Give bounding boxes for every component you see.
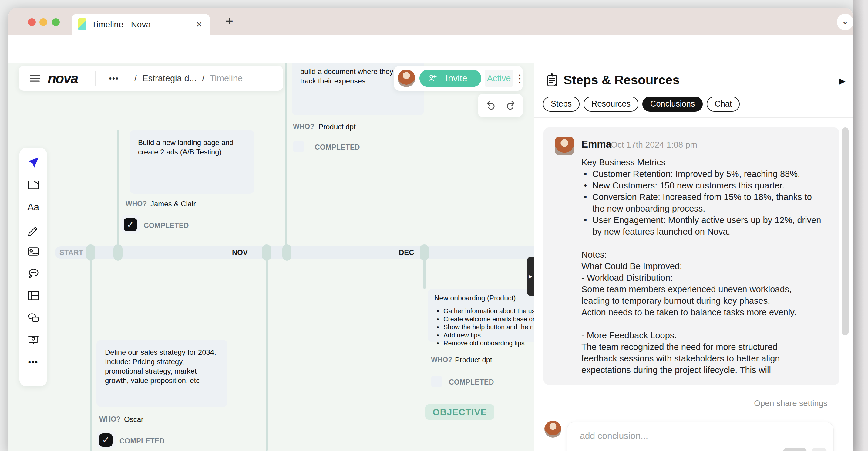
tab-chat[interactable]: Chat xyxy=(707,96,740,112)
maximize-window-button[interactable] xyxy=(52,18,60,26)
comment-tool-icon[interactable] xyxy=(26,267,40,280)
breadcrumb-separator: / xyxy=(134,73,137,83)
tab-search-button[interactable]: ⌄ xyxy=(837,14,853,30)
panel-collapse-icon[interactable]: ▶ xyxy=(839,76,845,86)
who-label: WHO? xyxy=(99,415,120,423)
tab-steps[interactable]: Steps xyxy=(543,96,580,112)
cursor-tool-icon[interactable] xyxy=(26,156,40,170)
timeline-start-label: START xyxy=(59,246,83,259)
timeline-month-label: DEC xyxy=(399,246,414,259)
completed-label: COMPLETED xyxy=(315,143,360,151)
nova-logo[interactable]: nova xyxy=(48,70,78,87)
who-label: WHO? xyxy=(126,200,147,208)
image-tool-icon[interactable] xyxy=(26,244,40,258)
invite-person-icon xyxy=(427,73,437,83)
clipboard-icon xyxy=(544,72,560,89)
conclusion-composer[interactable]: add conclusion... xyxy=(567,422,834,451)
post-bullet: New Customers: 150 new customers this qu… xyxy=(581,180,824,191)
close-window-button[interactable] xyxy=(28,18,36,26)
minimize-window-button[interactable] xyxy=(39,18,47,26)
divider xyxy=(534,117,853,118)
sticky-bullet: Remove old onboarding tips xyxy=(434,339,534,348)
completed-checkbox[interactable] xyxy=(431,376,442,387)
frame-tool-icon[interactable] xyxy=(26,289,40,303)
timeline-connector xyxy=(266,259,268,451)
invite-button[interactable]: Invite xyxy=(420,69,481,87)
sticky-bullet: Create welcome emails base on th xyxy=(434,315,534,324)
sticky-bullet: Gather information about the user xyxy=(434,307,534,315)
timeline-bar[interactable]: START NOV DEC xyxy=(55,246,534,259)
completed-checkbox-checked[interactable]: ✓ xyxy=(124,218,137,231)
sticky-note-strategy[interactable]: Define our sales strategy for 2034. Incl… xyxy=(96,340,227,407)
divider xyxy=(95,71,96,86)
collaborator-avatar[interactable] xyxy=(398,69,415,87)
post-bullet: Customer Retention: Improved by 5%, reac… xyxy=(581,168,824,180)
breadcrumb-page[interactable]: Timeline xyxy=(210,73,243,83)
post-bullet: Conversion Rate: Increased from 15% to 1… xyxy=(581,191,824,214)
breadcrumb-separator: / xyxy=(202,73,205,83)
divider xyxy=(534,392,853,392)
browser-tab[interactable]: Timeline - Nova × xyxy=(71,14,210,35)
composer-avatar xyxy=(545,421,561,438)
timeline-dot[interactable] xyxy=(86,244,95,261)
panel-scrollbar[interactable] xyxy=(842,127,848,335)
breadcrumb-project[interactable]: Estrategia d... xyxy=(142,73,196,83)
presentation-tool-icon[interactable] xyxy=(26,333,40,347)
sticky-title: New onboarding (Product). xyxy=(434,294,534,303)
post-timestamp: Oct 17th 2024 1:08 pm xyxy=(611,140,697,150)
sticky-note-tool-icon[interactable] xyxy=(26,178,40,192)
sticky-bullet: Show the help button and the new xyxy=(434,323,534,331)
undo-icon[interactable] xyxy=(484,99,498,112)
composer-placeholder: add conclusion... xyxy=(580,431,648,441)
timeline-dot[interactable] xyxy=(282,244,291,261)
panel-title: Steps & Resources xyxy=(563,73,680,87)
completed-label: COMPLETED xyxy=(120,437,165,445)
composer-action-button[interactable] xyxy=(783,448,807,451)
sticky-note-onboarding[interactable]: New onboarding (Product). Gather informa… xyxy=(428,289,534,342)
timeline-dot[interactable] xyxy=(420,244,429,261)
invite-label: Invite xyxy=(445,69,467,87)
tab-strip: Timeline - Nova × + ⌄ xyxy=(8,8,853,35)
objective-chip[interactable]: OBJECTIVE xyxy=(425,404,494,420)
close-tab-icon[interactable]: × xyxy=(196,14,202,35)
text-tool-icon[interactable]: Aa xyxy=(26,200,40,214)
timeline-connector xyxy=(117,130,119,246)
tab-resources[interactable]: Resources xyxy=(584,96,639,112)
menu-icon[interactable] xyxy=(28,71,41,85)
board-canvas[interactable]: START NOV DEC build a document where the… xyxy=(8,62,534,451)
shapes-tool-icon[interactable] xyxy=(26,311,40,325)
pen-tool-icon[interactable] xyxy=(26,222,40,236)
timeline-dot[interactable] xyxy=(114,244,123,261)
completed-checkbox-checked[interactable]: ✓ xyxy=(99,433,113,447)
who-value[interactable]: James & Clair xyxy=(150,200,196,208)
active-status-button[interactable]: Active xyxy=(485,69,513,87)
tab-title: Timeline - Nova xyxy=(92,14,151,35)
timeline-dot[interactable] xyxy=(262,244,271,261)
redo-icon[interactable] xyxy=(504,99,517,112)
breadcrumb-more-button[interactable]: ••• xyxy=(109,66,119,91)
tool-rail: Aa ••• xyxy=(20,148,47,386)
completed-label: COMPLETED xyxy=(449,378,494,386)
panel-collapse-handle[interactable]: ▶ xyxy=(527,257,534,296)
conclusion-post: Emma Oct 17th 2024 1:08 pm Key Business … xyxy=(544,127,839,385)
new-tab-button[interactable]: + xyxy=(221,13,238,30)
tab-conclusions[interactable]: Conclusions xyxy=(642,96,703,112)
who-value[interactable]: Product dpt xyxy=(455,356,492,364)
completed-checkbox[interactable] xyxy=(293,141,305,152)
collaboration-card: Invite Active ⋮ xyxy=(394,66,523,91)
post-author-name: Emma xyxy=(581,139,612,150)
timeline-connector xyxy=(285,62,287,246)
open-share-settings-link[interactable]: Open share settings xyxy=(754,399,827,408)
board-menu-icon[interactable]: ⋮ xyxy=(515,66,523,91)
post-body: Key Business Metrics Customer Retention:… xyxy=(581,157,824,376)
post-notes: Notes: What Could Be Improved: - Workloa… xyxy=(581,249,824,376)
timeline-month-label: NOV xyxy=(232,246,248,259)
more-tools-icon[interactable]: ••• xyxy=(26,355,40,369)
timeline-connector xyxy=(90,259,92,451)
undo-redo-card xyxy=(478,94,523,117)
who-value[interactable]: Product dpt xyxy=(318,123,356,131)
who-value[interactable]: Oscar xyxy=(124,415,144,424)
sticky-note-landing[interactable]: Build a new landing page and create 2 ad… xyxy=(129,130,254,193)
panel-tabs: Steps Resources Conclusions Chat xyxy=(543,96,740,112)
composer-secondary-button[interactable] xyxy=(812,448,827,451)
